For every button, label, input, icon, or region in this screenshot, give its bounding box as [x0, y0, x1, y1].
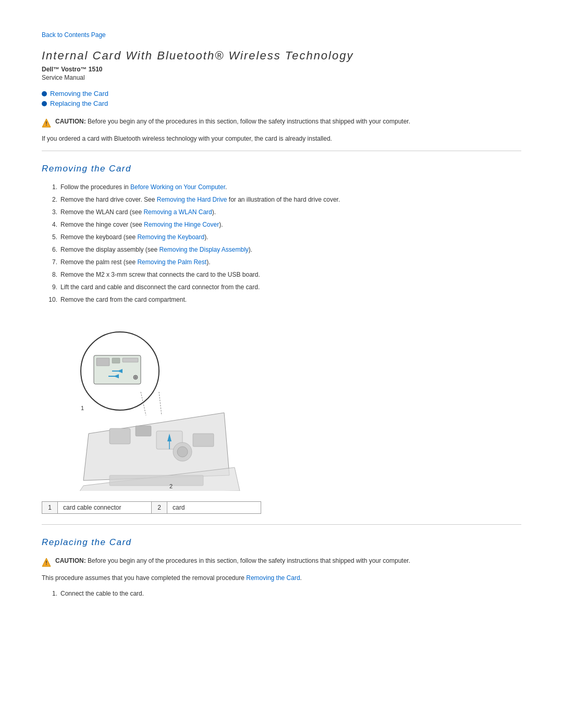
- bullet-icon: [42, 101, 47, 106]
- section-divider-2: [42, 524, 521, 525]
- removing-heading: Removing the Card: [42, 164, 521, 174]
- step-content: Remove the M2 x 3-mm screw that connects…: [60, 271, 521, 278]
- svg-rect-8: [193, 434, 214, 447]
- step-number: 5.: [42, 233, 57, 241]
- step-number: 4.: [42, 221, 57, 228]
- svg-rect-11: [96, 358, 109, 366]
- step-number: 9.: [42, 283, 57, 291]
- step-link[interactable]: Removing the Display Assembly: [159, 246, 248, 253]
- svg-line-22: [159, 392, 162, 415]
- step-item: 9.Lift the card and cable and disconnect…: [42, 283, 521, 291]
- manual-type: Service Manual: [42, 74, 521, 81]
- removing-section: Removing the Card 1.Follow the procedure…: [42, 164, 521, 514]
- svg-rect-3: [109, 428, 130, 444]
- caution-text: CAUTION: Before you begin any of the pro…: [55, 118, 410, 125]
- diagram-svg: 1 2: [63, 314, 245, 491]
- toc-item-removing: Removing the Card: [42, 90, 521, 97]
- step-link[interactable]: Removing the Hard Drive: [157, 196, 227, 203]
- table-of-contents: Removing the Card Replacing the Card: [42, 90, 521, 107]
- step-item: 1.Connect the cable to the card.: [42, 590, 521, 597]
- step-content: Remove the palm rest (see Removing the P…: [60, 258, 521, 266]
- replacing-caution-block: ! CAUTION: Before you begin any of the p…: [42, 557, 521, 567]
- step-content: Remove the hinge cover (see Removing the…: [60, 221, 521, 228]
- page-title: Internal Card With Bluetooth® Wireless T…: [42, 49, 521, 63]
- svg-text:1: 1: [81, 405, 84, 411]
- step-item: 8.Remove the M2 x 3-mm screw that connec…: [42, 271, 521, 278]
- parts-table-row: 1 card cable connector 2 card: [42, 502, 261, 514]
- step-item: 10.Remove the card from the card compart…: [42, 296, 521, 303]
- step-number: 7.: [42, 258, 57, 266]
- caution-block: ! CAUTION: Before you begin any of the p…: [42, 118, 521, 128]
- back-to-contents-link[interactable]: Back to Contents Page: [42, 31, 521, 39]
- step-content: Follow the procedures in Before Working …: [60, 183, 521, 191]
- replacing-intro: This procedure assumes that you have com…: [42, 574, 521, 582]
- parts-table: 1 card cable connector 2 card: [42, 501, 261, 514]
- intro-text: If you ordered a card with Bluetooth wir…: [42, 135, 521, 142]
- diagram-container: 1 2: [63, 314, 245, 491]
- replacing-section: Replacing the Card ! CAUTION: Before you…: [42, 537, 521, 597]
- section-divider: [42, 151, 521, 151]
- step-item: 5.Remove the keyboard (see Removing the …: [42, 233, 521, 241]
- step-number: 1.: [42, 590, 57, 597]
- step-number: 2.: [42, 196, 57, 203]
- svg-rect-25: [109, 475, 203, 486]
- svg-rect-13: [123, 358, 138, 362]
- step-item: 6.Remove the display assembly (see Remov…: [42, 246, 521, 253]
- step-content: Remove the hard drive cover. See Removin…: [60, 196, 521, 203]
- step-item: 2.Remove the hard drive cover. See Remov…: [42, 196, 521, 203]
- bullet-icon: [42, 91, 47, 96]
- toc-link-removing[interactable]: Removing the Card: [50, 90, 108, 97]
- toc-item-replacing: Replacing the Card: [42, 100, 521, 107]
- svg-rect-4: [136, 426, 151, 436]
- step-number: 6.: [42, 246, 57, 253]
- step-link[interactable]: Before Working on Your Computer: [130, 183, 225, 191]
- replacing-caution-text: CAUTION: Before you begin any of the pro…: [55, 557, 410, 564]
- replacing-heading: Replacing the Card: [42, 537, 521, 548]
- svg-text:!: !: [45, 560, 47, 566]
- step-number: 3.: [42, 208, 57, 216]
- step-content: Remove the keyboard (see Removing the Ke…: [60, 233, 521, 241]
- toc-link-replacing[interactable]: Replacing the Card: [50, 100, 108, 107]
- step-number: 8.: [42, 271, 57, 278]
- part-num-1: 1: [42, 502, 58, 514]
- step-content: Remove the card from the card compartmen…: [60, 296, 521, 303]
- product-name: Dell™ Vostro™ 1510: [42, 66, 521, 73]
- replacing-steps-list: 1.Connect the cable to the card.: [42, 590, 521, 597]
- step-link[interactable]: Removing the Hinge Cover: [144, 221, 219, 228]
- step-item: 4.Remove the hinge cover (see Removing t…: [42, 221, 521, 228]
- step-number: 1.: [42, 183, 57, 191]
- removing-link[interactable]: Removing the Card: [246, 574, 300, 582]
- svg-point-7: [177, 447, 188, 457]
- svg-rect-12: [112, 358, 120, 363]
- step-item: 3.Remove the WLAN card (see Removing a W…: [42, 208, 521, 216]
- step-content: Connect the cable to the card.: [60, 590, 521, 597]
- step-item: 1.Follow the procedures in Before Workin…: [42, 183, 521, 191]
- step-content: Remove the display assembly (see Removin…: [60, 246, 521, 253]
- part-label-2: card: [167, 502, 261, 514]
- part-label-1: card cable connector: [58, 502, 152, 514]
- svg-text:!: !: [45, 121, 47, 127]
- step-content: Lift the card and cable and disconnect t…: [60, 283, 521, 291]
- removing-steps-list: 1.Follow the procedures in Before Workin…: [42, 183, 521, 303]
- part-num-2: 2: [152, 502, 167, 514]
- svg-text:2: 2: [169, 483, 173, 489]
- step-link[interactable]: Removing the Keyboard: [137, 233, 204, 241]
- step-link[interactable]: Removing the Palm Rest: [137, 258, 206, 266]
- caution-icon: !: [42, 118, 51, 128]
- step-link[interactable]: Removing a WLAN Card: [143, 208, 212, 216]
- step-item: 7.Remove the palm rest (see Removing the…: [42, 258, 521, 266]
- step-number: 10.: [42, 296, 57, 303]
- caution-icon-2: !: [42, 558, 51, 567]
- step-content: Remove the WLAN card (see Removing a WLA…: [60, 208, 521, 216]
